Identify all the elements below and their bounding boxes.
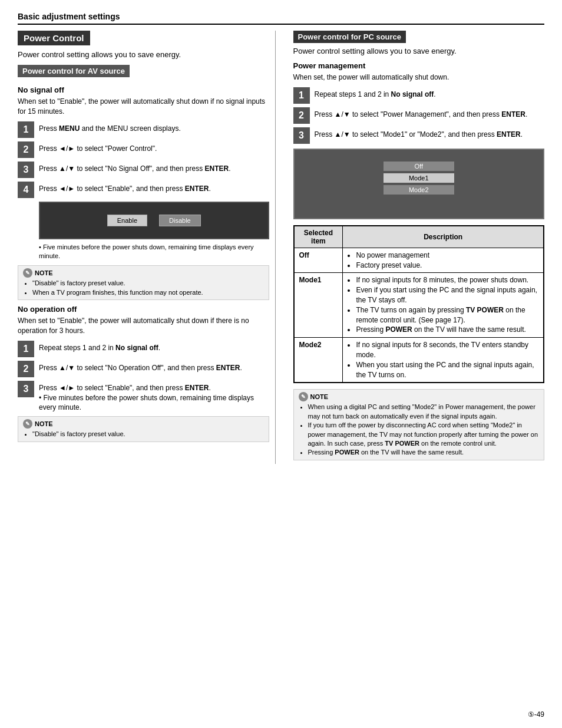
pc-note-item-1: When using a digital PC and setting "Mod… [308, 403, 540, 421]
page-footer: ⑤-49 [528, 710, 544, 719]
table-row-mode1: Mode1 If no signal inputs for 8 minutes,… [294, 273, 544, 338]
no-operation-note-list: "Disable" is factory preset value. [23, 430, 264, 439]
page-number: ⑤-49 [528, 710, 544, 719]
pc-screen-mockup: Off Mode1 Mode2 [293, 149, 545, 219]
note-header-2: ✎ NOTE [23, 419, 264, 429]
right-column: Power control for PC source Power contro… [287, 31, 545, 464]
pc-note-header: ✎ NOTE [299, 392, 540, 401]
pc-off-button: Off [384, 162, 454, 171]
op-step-1: 1 Repeat steps 1 and 2 in No signal off. [18, 341, 269, 357]
no-operation-off-body: When set to "Enable", the power will aut… [18, 316, 269, 336]
no-signal-note-box: ✎ NOTE "Disable" is factory preset value… [18, 265, 269, 300]
step-number-2: 2 [18, 141, 34, 158]
header-title: Basic adjustment settings [18, 12, 120, 21]
enable-button: Enable [107, 215, 147, 226]
no-operation-off-section: No operation off When set to "Enable", t… [18, 305, 269, 413]
table-row-off: Off No power management Factory preset v… [294, 248, 544, 273]
pc-note-item-3: Pressing POWER on the TV will have the s… [308, 448, 540, 457]
no-signal-off-section: No signal off When set to "Enable", the … [18, 85, 269, 261]
pc-note-box: ✎ NOTE When using a digital PC and setti… [293, 389, 545, 460]
pc-note-label: NOTE [310, 393, 329, 400]
step-text-4: Press ◄/► to select "Enable", and then p… [39, 182, 211, 194]
main-content: Power Control Power control setting allo… [18, 31, 544, 464]
note-item-1: "Disable" is factory preset value. [32, 279, 264, 288]
step-text-1: Press MENU and the MENU screen displays. [39, 121, 181, 134]
table-desc-off: No power management Factory preset value… [343, 248, 544, 273]
page-header: Basic adjustment settings [18, 12, 544, 25]
no-operation-off-title: No operation off [18, 305, 269, 314]
pc-section-title: Power control for PC source [293, 31, 406, 43]
op-step-text-1: Repeat steps 1 and 2 in No signal off. [39, 341, 160, 353]
table-item-mode1: Mode1 [294, 273, 343, 338]
mode-table: Selected item Description Off No power m… [293, 225, 545, 384]
op-step-number-3: 3 [18, 381, 34, 397]
step-text-2: Press ◄/► to select "Power Control". [39, 141, 157, 154]
op-step-3: 3 Press ◄/► to select "Enable", and then… [18, 381, 269, 413]
description-table: Selected item Description Off No power m… [294, 226, 544, 383]
op-step-number-1: 1 [18, 341, 34, 357]
note-label-2: NOTE [35, 420, 53, 427]
table-desc-mode2: If no signal inputs for 8 seconds, the T… [343, 338, 544, 383]
table-item-off: Off [294, 248, 343, 273]
right-intro: Power control setting allows you to save… [293, 47, 545, 55]
note-icon-1: ✎ [23, 268, 32, 278]
power-management-body: When set, the power will automatically s… [293, 73, 545, 83]
pc-step-text-2: Press ▲/▼ to select "Power Management", … [315, 107, 528, 120]
pc-step-number-1: 1 [293, 87, 310, 104]
screen-note: • Five minutes before the power shuts do… [39, 243, 269, 261]
step-number-1: 1 [18, 121, 34, 138]
note-header-1: ✎ NOTE [23, 268, 264, 278]
step-number-3: 3 [18, 162, 34, 178]
step-1: 1 Press MENU and the MENU screen display… [18, 121, 269, 138]
left-intro: Power control setting allows you to save… [18, 50, 269, 59]
pc-step-text-3: Press ▲/▼ to select "Mode1" or "Mode2", … [315, 127, 523, 140]
op-step-number-2: 2 [18, 361, 34, 377]
table-row-mode2: Mode2 If no signal inputs for 8 seconds,… [294, 338, 544, 383]
step-text-3: Press ▲/▼ to select "No Signal Off", and… [39, 162, 231, 174]
op-step-text-2: Press ▲/▼ to select "No Operation Off", … [39, 361, 242, 373]
no-signal-note-list: "Disable" is factory preset value. When … [23, 279, 264, 297]
step-number-4: 4 [18, 182, 34, 198]
pc-step-text-1: Repeat steps 1 and 2 in No signal off. [315, 87, 436, 100]
table-desc-mode1: If no signal inputs for 8 minutes, the p… [343, 273, 544, 338]
pc-step-3: 3 Press ▲/▼ to select "Mode1" or "Mode2"… [293, 127, 545, 144]
pc-note-item-2: If you turn off the power by disconnecti… [308, 421, 540, 448]
disable-button: Disable [159, 215, 201, 226]
main-title: Power Control [18, 31, 90, 45]
op-step-2: 2 Press ▲/▼ to select "No Operation Off"… [18, 361, 269, 377]
power-management-section: Power management When set, the power wil… [293, 61, 545, 219]
pc-step-number-3: 3 [293, 127, 310, 144]
pc-step-1: 1 Repeat steps 1 and 2 in No signal off. [293, 87, 545, 104]
no-signal-off-body: When set to "Enable", the power will aut… [18, 97, 269, 117]
av-section-title: Power control for AV source [18, 65, 130, 77]
power-management-title: Power management [293, 61, 545, 70]
no-operation-note-box: ✎ NOTE "Disable" is factory preset value… [18, 416, 269, 442]
pc-step-2: 2 Press ▲/▼ to select "Power Management"… [293, 107, 545, 124]
note-item-2: When a TV program finishes, this functio… [32, 288, 264, 297]
step-2: 2 Press ◄/► to select "Power Control". [18, 141, 269, 158]
op-step-text-3: Press ◄/► to select "Enable", and then p… [39, 381, 269, 413]
pc-mode1-button: Mode1 [384, 173, 454, 183]
step-4: 4 Press ◄/► to select "Enable", and then… [18, 182, 269, 198]
no-op-note-item-1: "Disable" is factory preset value. [32, 430, 264, 439]
pc-note-list: When using a digital PC and setting "Mod… [299, 403, 540, 457]
pc-mode2-button: Mode2 [384, 185, 454, 195]
left-column: Power Control Power control setting allo… [18, 31, 276, 464]
note-label-1: NOTE [35, 269, 53, 276]
table-header-item: Selected item [294, 226, 343, 248]
no-signal-off-title: No signal off [18, 85, 269, 94]
step-3: 3 Press ▲/▼ to select "No Signal Off", a… [18, 162, 269, 178]
table-header-desc: Description [343, 226, 544, 248]
pc-note-icon: ✎ [299, 392, 308, 401]
av-screen-mockup: Enable Disable [39, 202, 269, 239]
table-item-mode2: Mode2 [294, 338, 343, 383]
note-icon-2: ✎ [23, 419, 32, 429]
pc-step-number-2: 2 [293, 107, 310, 124]
